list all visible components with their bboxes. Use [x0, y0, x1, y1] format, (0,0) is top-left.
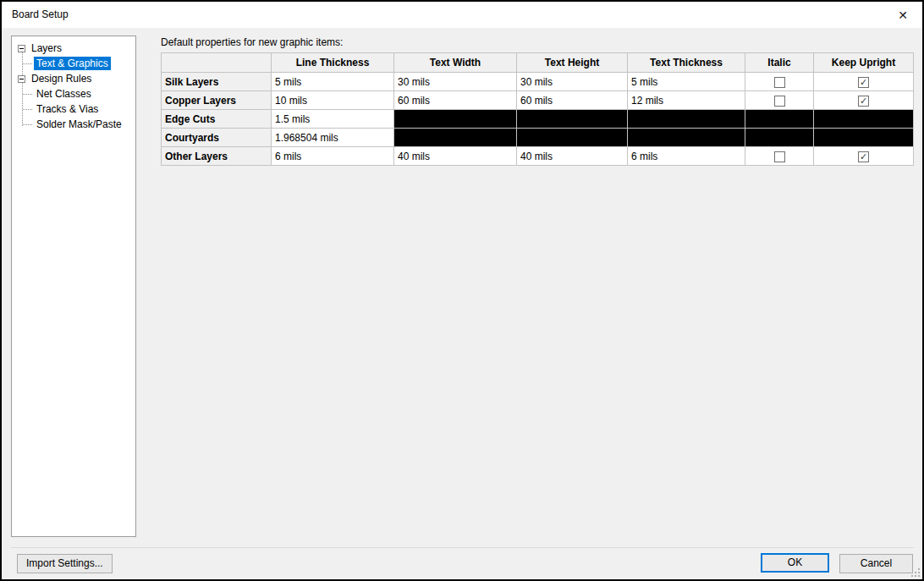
graphics-table-body: Silk Layers5 mils30 mils30 mils5 mils✓Co…: [162, 73, 914, 166]
italic-checkbox[interactable]: [774, 151, 785, 162]
col-header-text-height: Text Height: [517, 53, 628, 73]
value-cell[interactable]: 60 mils: [517, 91, 628, 110]
graphics-defaults-table: Line Thickness Text Width Text Height Te…: [161, 52, 914, 166]
value-cell[interactable]: 30 mils: [394, 73, 517, 91]
table-row: Silk Layers5 mils30 mils30 mils5 mils✓: [162, 73, 914, 91]
italic-cell: [745, 147, 814, 166]
blacked-out-cell: [517, 110, 628, 129]
row-label: Silk Layers: [162, 73, 272, 91]
blacked-out-cell: [394, 129, 517, 147]
italic-checkbox[interactable]: [774, 77, 785, 88]
value-cell[interactable]: 1.5 mils: [272, 110, 394, 129]
tree-item-design-rules[interactable]: Design Rules: [12, 71, 135, 86]
value-cell[interactable]: 5 mils: [628, 73, 745, 91]
col-header-text-width: Text Width: [394, 53, 517, 73]
italic-cell: [745, 73, 814, 91]
tree-item-label[interactable]: Net Classes: [34, 87, 94, 101]
blacked-out-cell: [814, 129, 914, 147]
col-header-keep-upright: Keep Upright: [814, 53, 914, 73]
close-icon[interactable]: ✕: [891, 5, 915, 25]
keep-upright-cell: ✓: [814, 147, 914, 166]
ok-button[interactable]: OK: [761, 553, 829, 573]
default-properties-caption: Default properties for new graphic items…: [161, 36, 343, 48]
tree-item-label[interactable]: Design Rules: [29, 72, 94, 85]
table-row: Copper Layers10 mils60 mils60 mils12 mil…: [162, 91, 914, 110]
col-header-italic: Italic: [745, 53, 814, 73]
value-cell[interactable]: 60 mils: [394, 91, 517, 110]
keep-upright-checkbox[interactable]: ✓: [858, 77, 869, 88]
title-bar: Board Setup ✕: [2, 2, 922, 28]
value-cell[interactable]: 12 mils: [628, 91, 745, 110]
value-cell[interactable]: 1.968504 mils: [272, 129, 394, 147]
blacked-out-cell: [745, 110, 814, 129]
blacked-out-cell: [628, 110, 745, 129]
tree-item-tracks-and-vias[interactable]: Tracks & Vias: [12, 101, 135, 117]
cancel-button[interactable]: Cancel: [839, 554, 913, 573]
blacked-out-cell: [517, 129, 628, 147]
window-title: Board Setup: [12, 2, 69, 28]
value-cell[interactable]: 6 mils: [272, 147, 394, 166]
italic-checkbox[interactable]: [774, 96, 785, 107]
table-header-row: Line Thickness Text Width Text Height Te…: [162, 53, 914, 73]
resize-grip[interactable]: [910, 567, 920, 577]
keep-upright-cell: ✓: [814, 73, 914, 91]
value-cell[interactable]: 5 mils: [272, 73, 394, 91]
italic-cell: [745, 91, 814, 110]
value-cell[interactable]: 40 mils: [394, 147, 517, 166]
tree-item-solder-mask-paste[interactable]: Solder Mask/Paste: [12, 117, 135, 132]
import-settings-button[interactable]: Import Settings...: [17, 554, 113, 573]
table-row: Courtyards1.968504 mils: [162, 129, 914, 147]
table-row: Edge Cuts1.5 mils: [162, 110, 914, 129]
value-cell[interactable]: 6 mils: [628, 147, 745, 166]
value-cell[interactable]: 40 mils: [517, 147, 628, 166]
tree-stub: [23, 94, 32, 95]
blacked-out-cell: [628, 129, 745, 147]
board-setup-dialog: Board Setup ✕ Layers Text & Graphics Des…: [0, 0, 924, 581]
tree-stub: [23, 109, 32, 110]
tree-stub: [23, 124, 32, 125]
tree-item-text-and-graphics[interactable]: Text & Graphics: [12, 56, 135, 71]
row-label: Courtyards: [162, 129, 272, 147]
blacked-out-cell: [814, 110, 914, 129]
corner-header-cell: [162, 53, 272, 73]
collapse-icon[interactable]: [18, 45, 25, 52]
keep-upright-cell: ✓: [814, 91, 914, 110]
col-header-text-thickness: Text Thickness: [628, 53, 745, 73]
tree-item-label[interactable]: Solder Mask/Paste: [34, 118, 124, 131]
row-label: Edge Cuts: [162, 110, 272, 129]
blacked-out-cell: [745, 129, 814, 147]
tree-stub: [23, 63, 32, 64]
tree-item-net-classes[interactable]: Net Classes: [12, 86, 135, 101]
value-cell[interactable]: 30 mils: [517, 73, 628, 91]
col-header-line-thickness: Line Thickness: [272, 53, 394, 73]
footer-divider: [11, 547, 914, 548]
settings-tree-panel: Layers Text & Graphics Design Rules Net …: [11, 36, 136, 537]
collapse-icon[interactable]: [18, 75, 25, 83]
tree-item-label[interactable]: Text & Graphics: [34, 57, 111, 70]
keep-upright-checkbox[interactable]: ✓: [858, 96, 869, 107]
table-row: Other Layers6 mils40 mils40 mils6 mils✓: [162, 147, 914, 166]
value-cell[interactable]: 10 mils: [272, 91, 394, 110]
tree-item-layers[interactable]: Layers: [12, 41, 135, 56]
tree-item-label[interactable]: Tracks & Vias: [34, 102, 101, 116]
tree-item-label[interactable]: Layers: [29, 41, 64, 55]
keep-upright-checkbox[interactable]: ✓: [858, 151, 869, 162]
row-label: Copper Layers: [162, 91, 272, 110]
blacked-out-cell: [394, 110, 517, 129]
row-label: Other Layers: [162, 147, 272, 166]
settings-tree: Layers Text & Graphics Design Rules Net …: [12, 36, 135, 132]
